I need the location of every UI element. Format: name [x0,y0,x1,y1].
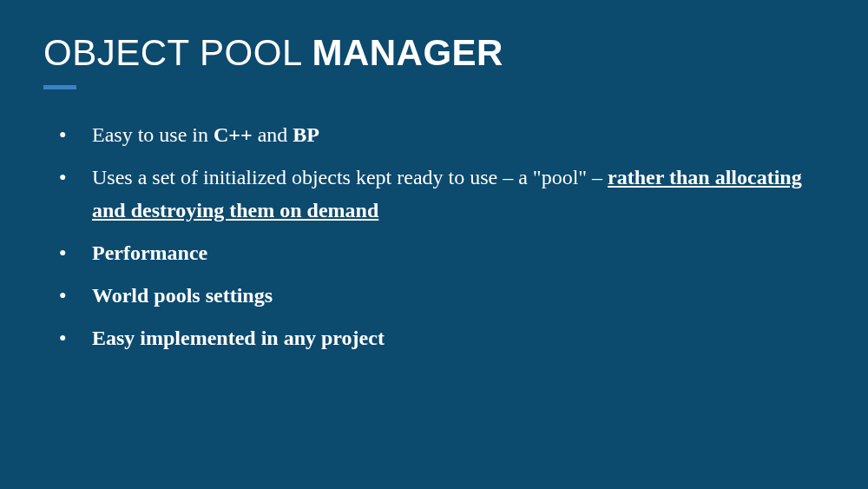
list-item: Easy to use in C++ and BP [59,119,825,151]
text: Uses a set of initialized objects kept r… [92,166,608,188]
text-bold: Easy implemented in any project [92,327,385,349]
text-bold: C++ [214,123,253,146]
bullet-list: Easy to use in C++ and BP Uses a set of … [43,119,825,354]
list-item: Uses a set of initialized objects kept r… [59,162,825,226]
text: Easy to use in [92,123,214,146]
accent-bar [43,85,76,89]
text-bold: BP [293,123,319,146]
text: and [253,123,293,146]
text-bold: Performance [92,241,207,264]
slide-title: OBJECT POOL MANAGER [43,33,825,73]
list-item: Performance [59,237,825,269]
list-item: World pools settings [59,280,825,312]
list-item: Easy implemented in any project [59,322,825,354]
text-bold: World pools settings [92,284,273,307]
title-bold: MANAGER [312,32,503,73]
title-light: OBJECT POOL [43,32,312,73]
